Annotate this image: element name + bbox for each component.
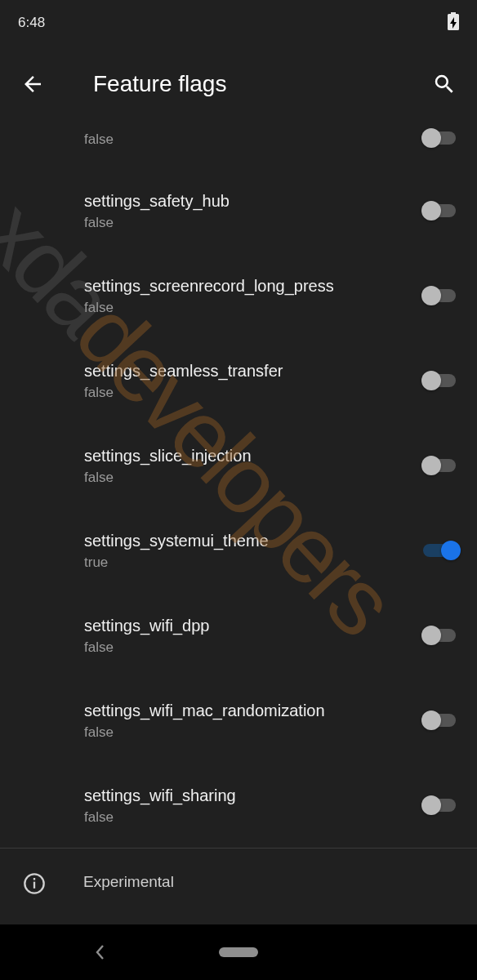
flag-name: settings_seamless_transfer: [84, 360, 415, 381]
flag-name: settings_safety_hub: [84, 190, 415, 212]
battery-charging-icon: [448, 12, 459, 34]
flag-value: false: [84, 470, 415, 486]
feature-flag-row[interactable]: false: [0, 122, 477, 168]
flag-value: false: [84, 809, 415, 826]
nav-back-icon[interactable]: [95, 944, 106, 964]
flag-value: false: [84, 639, 415, 656]
feature-flag-row[interactable]: settings_wifi_sharingfalse: [0, 763, 477, 848]
feature-flags-list: falsesettings_safety_hubfalsesettings_sc…: [0, 122, 477, 848]
svg-rect-2: [33, 878, 35, 880]
feature-flag-row[interactable]: settings_wifi_dppfalse: [0, 593, 477, 678]
status-bar: 6:48: [0, 0, 477, 46]
toggle-switch[interactable]: [421, 710, 461, 730]
system-nav-bar: [0, 924, 477, 980]
experimental-row: Experimental: [0, 849, 477, 915]
feature-flag-row[interactable]: settings_systemui_themetrue: [0, 508, 477, 593]
toggle-switch[interactable]: [421, 371, 461, 390]
row-text: settings_screenrecord_long_pressfalse: [84, 275, 421, 316]
row-text: false: [84, 128, 421, 148]
toggle-switch[interactable]: [421, 626, 461, 645]
flag-name: settings_slice_injection: [84, 445, 415, 466]
row-text: settings_seamless_transferfalse: [84, 360, 421, 401]
nav-home-pill[interactable]: [219, 947, 258, 957]
experimental-label: Experimental: [83, 873, 174, 891]
flag-name: settings_wifi_dpp: [84, 615, 415, 636]
toggle-switch[interactable]: [421, 456, 461, 475]
app-bar: Feature flags: [0, 46, 477, 122]
toggle-switch[interactable]: [421, 541, 461, 560]
feature-flag-row[interactable]: settings_safety_hubfalse: [0, 168, 477, 253]
row-text: settings_safety_hubfalse: [84, 190, 421, 231]
search-button[interactable]: [428, 68, 461, 100]
flag-value: false: [84, 300, 415, 316]
toggle-switch[interactable]: [421, 201, 461, 220]
flag-value: false: [84, 724, 415, 741]
toggle-switch[interactable]: [421, 286, 461, 305]
row-text: settings_systemui_themetrue: [84, 530, 421, 571]
feature-flag-row[interactable]: settings_wifi_mac_randomizationfalse: [0, 678, 477, 763]
feature-flag-row[interactable]: settings_slice_injectionfalse: [0, 423, 477, 508]
toggle-switch[interactable]: [421, 795, 461, 815]
feature-flag-row[interactable]: settings_screenrecord_long_pressfalse: [0, 253, 477, 338]
flag-name: settings_wifi_sharing: [84, 785, 415, 806]
flag-name: settings_systemui_theme: [84, 530, 415, 551]
svg-rect-1: [33, 882, 35, 889]
back-button[interactable]: [16, 68, 49, 100]
toggle-switch[interactable]: [421, 128, 461, 148]
row-text: settings_slice_injectionfalse: [84, 445, 421, 486]
flag-value: false: [84, 131, 415, 148]
flag-name: settings_wifi_mac_randomization: [84, 700, 415, 721]
info-icon: [23, 872, 42, 892]
page-title: Feature flags: [93, 71, 428, 97]
flag-value: false: [84, 385, 415, 401]
row-text: settings_wifi_mac_randomizationfalse: [84, 700, 421, 741]
flag-value: true: [84, 555, 415, 571]
row-text: settings_wifi_dppfalse: [84, 615, 421, 656]
row-text: settings_wifi_sharingfalse: [84, 785, 421, 826]
feature-flag-row[interactable]: settings_seamless_transferfalse: [0, 338, 477, 423]
status-time: 6:48: [18, 15, 45, 31]
flag-name: settings_screenrecord_long_press: [84, 275, 415, 296]
flag-value: false: [84, 215, 415, 231]
